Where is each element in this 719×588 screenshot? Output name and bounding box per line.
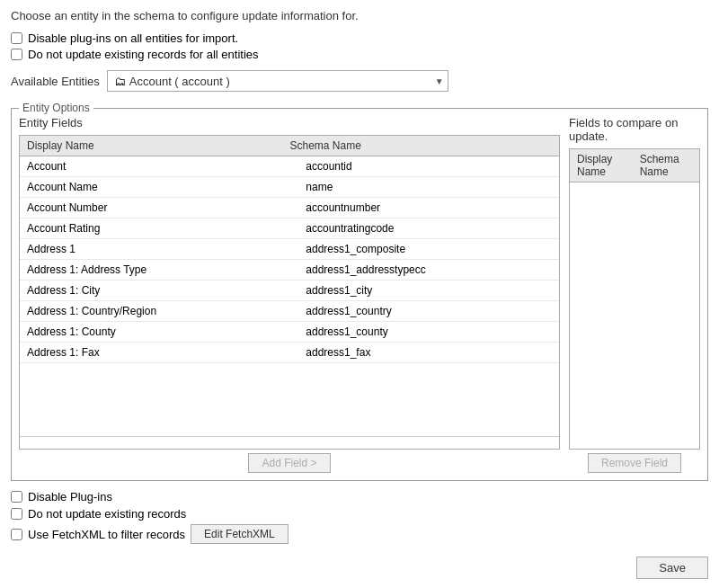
table-row[interactable]: Account Ratingaccountratingcode [20, 218, 559, 239]
disable-plugins-row: Disable Plug-ins [11, 490, 708, 503]
table-row[interactable]: Address 1: Cityaddress1_city [20, 281, 559, 301]
table-row[interactable]: Accountaccountid [20, 156, 559, 177]
fields-section: Entity Fields Display Name Schema Name [19, 116, 700, 473]
use-fetch-label: Use FetchXML to filter records [28, 528, 185, 541]
no-update-checkbox[interactable] [11, 508, 22, 520]
global-disable-plugins-checkbox[interactable] [11, 32, 22, 44]
schema-name-cell: address1_composite [298, 239, 559, 260]
entity-options-legend: Entity Options [19, 102, 93, 114]
left-table-scroll[interactable]: AccountaccountidAccount NamenameAccount … [20, 156, 559, 436]
global-no-update-label: Do not update existing records for all e… [28, 48, 259, 61]
disable-plugins-checkbox[interactable] [11, 491, 22, 503]
schema-name-cell: address1_county [298, 322, 559, 343]
schema-name-cell: accountnumber [298, 198, 559, 218]
entity-options-group: Entity Options Entity Fields Display Nam… [11, 108, 708, 481]
remove-field-button[interactable]: Remove Field [588, 453, 681, 473]
display-name-cell: Account Name [20, 177, 298, 198]
display-name-cell: Address 1: Country/Region [20, 301, 298, 322]
global-no-update-row: Do not update existing records for all e… [11, 48, 708, 61]
left-fields-table: Display Name Schema Name [20, 136, 559, 156]
left-fields-table-body: AccountaccountidAccount NamenameAccount … [20, 156, 559, 363]
display-name-cell: Address 1 [20, 239, 298, 260]
no-update-row: Do not update existing records [11, 507, 708, 521]
global-disable-plugins-row: Disable plug-ins on all entities for imp… [11, 31, 708, 45]
table-row[interactable]: Address 1: Country/Regionaddress1_countr… [20, 301, 559, 322]
table-row[interactable]: Address 1: Address Typeaddress1_addresst… [20, 260, 559, 281]
entity-select-value: Account ( account ) [129, 75, 435, 88]
main-container: Choose an entity in the schema to config… [0, 0, 719, 588]
right-col-display: Display Name [570, 149, 633, 183]
schema-name-cell: accountratingcode [298, 218, 559, 239]
entity-fields-label: Entity Fields [19, 116, 560, 129]
table-row[interactable]: Address 1address1_composite [20, 239, 559, 260]
fields-compare-label: Fields to compare on update. [569, 116, 700, 143]
right-table-scroll[interactable] [570, 183, 699, 449]
use-fetch-row: Use FetchXML to filter records Edit Fetc… [11, 524, 708, 544]
right-table-container: Display Name Schema Name [569, 148, 700, 450]
schema-name-cell: address1_addresstypecc [298, 260, 559, 281]
available-entities-row: Available Entities 🗂 Account ( account )… [11, 70, 708, 92]
display-name-cell: Address 1: Address Type [20, 260, 298, 281]
available-entities-label: Available Entities [11, 75, 100, 88]
display-name-cell: Account Number [20, 198, 298, 218]
right-col-schema: Schema Name [633, 149, 699, 183]
global-disable-plugins-label: Disable plug-ins on all entities for imp… [28, 31, 238, 45]
table-row[interactable]: Account Numberaccountnumber [20, 198, 559, 218]
use-fetch-checkbox[interactable] [11, 529, 22, 540]
no-update-label: Do not update existing records [28, 507, 186, 521]
remove-field-btn-row: Remove Field [569, 453, 700, 473]
add-field-button[interactable]: Add Field > [248, 453, 330, 473]
display-name-cell: Account [20, 156, 298, 177]
right-fields-table: Display Name Schema Name [570, 149, 699, 183]
table-row[interactable]: Address 1: Faxaddress1_fax [20, 343, 559, 363]
table-row[interactable]: Account Namename [20, 177, 559, 198]
entity-select[interactable]: 🗂 Account ( account ) ▼ [107, 70, 448, 92]
left-col-display: Display Name [20, 136, 282, 156]
left-panel: Entity Fields Display Name Schema Name [19, 116, 560, 473]
left-col-schema: Schema Name [282, 136, 559, 156]
disable-plugins-label: Disable Plug-ins [28, 490, 112, 503]
edit-fetch-button[interactable]: Edit FetchXML [191, 524, 288, 544]
left-hscrollbar[interactable] [20, 436, 559, 449]
chevron-down-icon: ▼ [435, 76, 444, 86]
right-panel: Fields to compare on update. Display Nam… [569, 116, 700, 473]
description: Choose an entity in the schema to config… [11, 9, 708, 22]
schema-name-cell: address1_fax [298, 343, 559, 363]
schema-name-cell: address1_city [298, 281, 559, 301]
schema-name-cell: address1_country [298, 301, 559, 322]
display-name-cell: Address 1: Fax [20, 343, 298, 363]
schema-name-cell: name [298, 177, 559, 198]
display-name-cell: Account Rating [20, 218, 298, 239]
left-table-container: Display Name Schema Name Accountaccounti… [19, 135, 560, 450]
save-row: Save [11, 553, 708, 579]
display-name-cell: Address 1: County [20, 322, 298, 343]
global-no-update-checkbox[interactable] [11, 49, 22, 60]
add-field-btn-row: Add Field > [19, 453, 560, 473]
entity-folder-icon: 🗂 [111, 72, 129, 90]
display-name-cell: Address 1: City [20, 281, 298, 301]
save-button[interactable]: Save [636, 557, 708, 579]
schema-name-cell: accountid [298, 156, 559, 177]
global-options: Disable plug-ins on all entities for imp… [11, 31, 708, 61]
table-row[interactable]: Address 1: Countyaddress1_county [20, 322, 559, 343]
bottom-options: Disable Plug-ins Do not update existing … [11, 490, 708, 544]
